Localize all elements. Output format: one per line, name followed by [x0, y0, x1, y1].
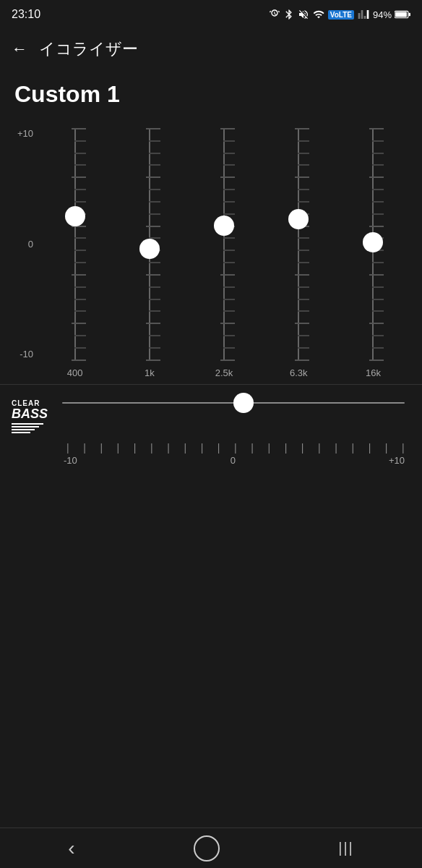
- signal-icon: [357, 9, 370, 20]
- nav-recent-button[interactable]: |||: [321, 834, 371, 862]
- wifi-icon: [312, 9, 325, 20]
- clear-bass-slider-track[interactable]: [62, 402, 405, 404]
- clear-bass-logo: CLEAR BASS: [12, 399, 48, 433]
- clear-bass-header: CLEAR BASS: [12, 399, 410, 433]
- clear-bass-scale-center: 0: [231, 455, 236, 466]
- eq-thumb-1k[interactable]: [139, 239, 160, 259]
- nav-bar: ‹ |||: [0, 827, 422, 868]
- eq-section: +10 0 -10: [0, 114, 422, 381]
- nav-home-button[interactable]: [194, 835, 220, 861]
- svg-rect-1: [395, 12, 407, 17]
- eq-freq-400: 400: [67, 367, 83, 378]
- eq-label-top: +10: [12, 128, 38, 139]
- nav-back-button[interactable]: ‹: [51, 831, 92, 866]
- preset-name: Custom 1: [0, 69, 422, 114]
- clear-bass-scale-max: +10: [389, 455, 405, 466]
- clear-bass-slider-container: [56, 399, 410, 404]
- battery-icon: [395, 9, 410, 20]
- clear-bass-section: CLEAR BASS | | | | | | | | | | | | |: [0, 388, 422, 472]
- eq-band-6-3k: 6.3k: [262, 121, 336, 381]
- clear-bass-ticks: | | | | | | | | | | | | | | | | | | | | …: [12, 442, 410, 454]
- eq-ticks-6-3k: [288, 128, 309, 361]
- eq-thumb-16k[interactable]: [363, 232, 383, 252]
- svg-rect-2: [409, 13, 410, 17]
- bluetooth-icon: [283, 9, 295, 20]
- app-title: イコライザー: [39, 38, 138, 60]
- eq-freq-2-5k: 2.5k: [215, 367, 233, 378]
- eq-container: +10 0 -10: [12, 121, 410, 381]
- back-button[interactable]: ←: [12, 40, 27, 59]
- eq-ticks-2-5k: [213, 128, 235, 361]
- eq-thumb-6-3k[interactable]: [288, 209, 309, 229]
- clear-bass-lines: [12, 423, 43, 433]
- eq-band-1k: 1k: [112, 121, 186, 381]
- app-bar: ← イコライザー: [0, 29, 422, 69]
- eq-freq-16k: 16k: [366, 367, 381, 378]
- section-divider: [0, 384, 422, 385]
- eq-freq-1k: 1k: [145, 367, 155, 378]
- clear-bass-slider-thumb[interactable]: [233, 393, 254, 413]
- battery-level: 94%: [373, 9, 392, 20]
- clear-bass-bass-text: BASS: [12, 407, 48, 422]
- eq-band-16k: 16k: [336, 121, 410, 381]
- eq-thumb-2-5k[interactable]: [214, 216, 234, 236]
- volte-badge: VoLTE: [328, 10, 354, 20]
- eq-label-mid: 0: [12, 239, 38, 250]
- alarm-icon: [269, 9, 280, 20]
- status-icons: VoLTE 94%: [269, 9, 410, 20]
- eq-thumb-400[interactable]: [65, 206, 85, 226]
- eq-band-2-5k: 2.5k: [186, 121, 261, 381]
- eq-sliders-area: 400: [38, 121, 410, 381]
- status-bar: 23:10 VoLTE 94%: [0, 0, 422, 29]
- eq-y-labels: +10 0 -10: [12, 121, 38, 381]
- mute-icon: [298, 9, 309, 20]
- clear-bass-scale: -10 0 +10: [12, 455, 410, 466]
- eq-freq-6-3k: 6.3k: [290, 367, 308, 378]
- eq-label-bot: -10: [12, 349, 38, 359]
- status-time: 23:10: [12, 8, 40, 21]
- eq-band-400: 400: [38, 121, 112, 381]
- clear-bass-scale-min: -10: [64, 455, 77, 466]
- eq-ticks-400: [64, 128, 86, 361]
